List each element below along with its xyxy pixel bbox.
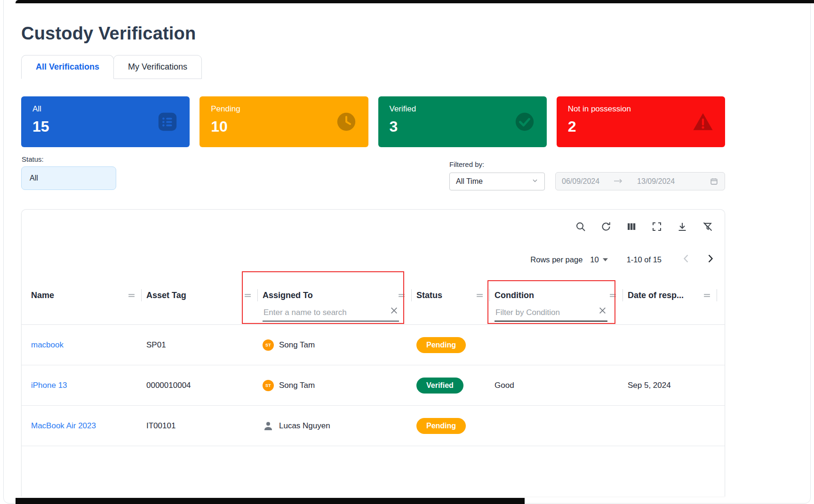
download-icon[interactable] (677, 221, 688, 232)
asset-name-link[interactable]: iPhone 13 (31, 381, 146, 390)
next-page-icon[interactable] (708, 254, 713, 265)
column-divider (717, 289, 717, 301)
assignee-cell: ST Song Tam (263, 339, 416, 351)
person-icon (263, 420, 274, 432)
column-label: Assigned To (263, 291, 398, 300)
column-menu-icon[interactable] (476, 291, 484, 299)
column-divider (489, 289, 490, 301)
column-divider (622, 289, 623, 301)
status-filter-select[interactable]: All (21, 166, 116, 190)
condition-filter-input[interactable] (495, 307, 607, 322)
column-label: Date of resp... (628, 291, 703, 300)
column-divider (141, 289, 142, 301)
columns-icon[interactable] (626, 221, 637, 232)
warning-icon (692, 111, 714, 134)
column-menu-icon[interactable] (128, 291, 136, 299)
fullscreen-icon[interactable] (651, 221, 662, 232)
screen-edge-bottom (16, 498, 525, 504)
time-range-select[interactable]: All Time (449, 173, 545, 190)
table-row[interactable]: macbook SP01 ST Song Tam Pending (22, 325, 725, 365)
pagination-bar: Rows per page 10 1-10 of 15 (530, 254, 713, 265)
date-range-input[interactable]: 06/09/2024 13/09/2024 (555, 172, 725, 190)
clear-filter-icon[interactable] (390, 307, 398, 315)
column-header-name: Name (31, 280, 146, 324)
stat-cards: All 15 Pending 10 Verified 3 Not in poss… (21, 96, 725, 147)
filtered-by-label: Filtered by: (449, 160, 484, 168)
rows-per-page-select[interactable]: 10 (590, 255, 607, 264)
column-header-status: Status (416, 280, 495, 324)
list-icon (157, 111, 178, 134)
asset-tag-cell: IT00101 (146, 421, 263, 431)
check-circle-icon (514, 111, 535, 134)
column-divider (257, 289, 258, 301)
table-row-partial (22, 446, 725, 487)
table-header: Name Asset Tag Assigned To (22, 280, 725, 325)
clear-filter-icon[interactable] (599, 307, 607, 315)
avatar: ST (263, 339, 274, 351)
column-menu-icon[interactable] (398, 291, 406, 299)
assignee-cell: Lucas Nguyen (263, 420, 416, 432)
verification-table: Rows per page 10 1-10 of 15 Name (21, 209, 725, 496)
refresh-icon[interactable] (600, 221, 612, 232)
column-label: Name (31, 291, 128, 300)
status-badge: Pending (416, 337, 466, 353)
clock-icon (335, 111, 357, 134)
column-divider (411, 289, 412, 301)
table-toolbar (575, 221, 713, 232)
status-badge: Pending (416, 418, 466, 434)
column-header-assigned-to: Assigned To (263, 280, 416, 324)
stat-card-not-in-possession[interactable]: Not in possession 2 (557, 96, 725, 147)
table-row[interactable]: iPhone 13 0000010004 ST Song Tam Verifie… (22, 365, 725, 406)
asset-name-link[interactable]: macbook (31, 340, 146, 350)
screen-edge-top (16, 0, 814, 3)
status-filter-label: Status: (22, 155, 44, 163)
asset-name-link[interactable]: MacBook Air 2023 (31, 421, 146, 431)
time-range-value: All Time (456, 177, 483, 186)
rows-per-page-value: 10 (590, 255, 599, 264)
tab-all-verifications[interactable]: All Verifications (21, 55, 114, 79)
date-cell: Sep 5, 2024 (628, 381, 725, 390)
calendar-icon (710, 177, 718, 186)
column-label: Condition (495, 291, 609, 300)
caret-down-icon (603, 258, 608, 261)
page-title: Custody Verification (21, 24, 196, 44)
status-filter-value: All (30, 174, 38, 182)
tab-my-verifications[interactable]: My Verifications (113, 55, 202, 79)
date-from-value: 06/09/2024 (562, 177, 599, 186)
column-header-condition: Condition (495, 280, 628, 324)
search-icon[interactable] (575, 221, 586, 232)
screen: Custody Verification All Verifications M… (0, 0, 814, 504)
assigned-to-filter-input[interactable] (263, 307, 399, 322)
assignee-cell: ST Song Tam (263, 380, 416, 391)
asset-tag-cell: SP01 (146, 340, 263, 350)
chevron-down-icon (532, 177, 538, 186)
tab-bar: All Verifications My Verifications (21, 55, 201, 79)
table-row[interactable]: MacBook Air 2023 IT00101 Lucas Nguyen Pe… (22, 406, 725, 446)
column-menu-icon[interactable] (244, 291, 252, 299)
stat-card-verified[interactable]: Verified 3 (378, 96, 547, 147)
column-label: Status (416, 291, 476, 300)
assignee-name: Lucas Nguyen (279, 421, 330, 431)
status-cell: Pending (416, 337, 495, 353)
stat-card-all[interactable]: All 15 (21, 96, 190, 147)
date-to-value: 13/09/2024 (637, 177, 675, 186)
condition-cell: Good (495, 381, 628, 390)
column-label: Asset Tag (146, 291, 244, 300)
status-badge: Verified (416, 378, 463, 394)
rows-per-page-label: Rows per page (530, 255, 583, 264)
status-cell: Pending (416, 418, 495, 434)
column-header-date-of-response: Date of resp... (628, 280, 722, 324)
previous-page-icon[interactable] (683, 254, 689, 265)
table-body: macbook SP01 ST Song Tam Pending iPhone … (22, 325, 725, 487)
arrow-right-icon (614, 177, 623, 186)
avatar: ST (263, 380, 274, 391)
column-menu-icon[interactable] (703, 291, 711, 299)
asset-tag-cell: 0000010004 (146, 381, 263, 390)
column-header-asset-tag: Asset Tag (146, 280, 263, 324)
filter-off-icon[interactable] (702, 221, 713, 232)
status-cell: Verified (416, 378, 495, 394)
column-menu-icon[interactable] (609, 291, 617, 299)
assignee-name: Song Tam (279, 340, 315, 350)
pagination-range: 1-10 of 15 (627, 255, 662, 264)
stat-card-pending[interactable]: Pending 10 (200, 96, 368, 147)
